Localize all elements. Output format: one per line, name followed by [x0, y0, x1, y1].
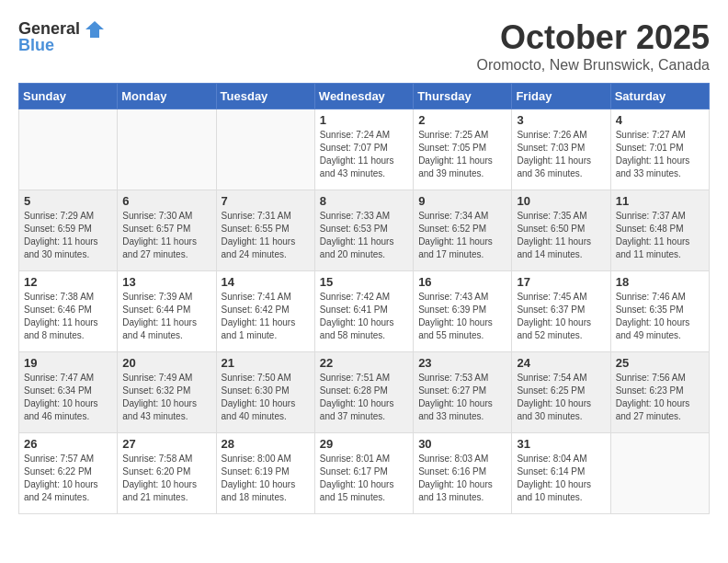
day-number: 19 — [24, 356, 112, 370]
day-number: 9 — [418, 194, 506, 208]
header-cell-saturday: Saturday — [610, 84, 709, 109]
calendar-cell — [118, 109, 216, 190]
day-info: Sunrise: 7:53 AM Sunset: 6:27 PM Dayligh… — [418, 372, 506, 423]
day-info: Sunrise: 7:31 AM Sunset: 6:55 PM Dayligh… — [222, 210, 310, 261]
calendar-cell: 2Sunrise: 7:25 AM Sunset: 7:05 PM Daylig… — [414, 109, 512, 190]
calendar-cell: 17Sunrise: 7:45 AM Sunset: 6:37 PM Dayli… — [512, 271, 610, 352]
header: General Blue October 2025 Oromocto, New … — [18, 18, 710, 74]
calendar-cell: 12Sunrise: 7:38 AM Sunset: 6:46 PM Dayli… — [19, 271, 118, 352]
day-info: Sunrise: 7:54 AM Sunset: 6:25 PM Dayligh… — [517, 372, 605, 423]
day-info: Sunrise: 7:24 AM Sunset: 7:07 PM Dayligh… — [320, 129, 408, 180]
logo: General Blue — [18, 18, 106, 55]
day-info: Sunrise: 7:41 AM Sunset: 6:42 PM Dayligh… — [222, 291, 310, 342]
header-cell-thursday: Thursday — [414, 84, 512, 109]
day-info: Sunrise: 7:46 AM Sunset: 6:35 PM Dayligh… — [616, 291, 704, 342]
calendar-cell — [19, 109, 118, 190]
day-info: Sunrise: 7:38 AM Sunset: 6:46 PM Dayligh… — [24, 291, 112, 342]
calendar-cell: 15Sunrise: 7:42 AM Sunset: 6:41 PM Dayli… — [314, 271, 413, 352]
day-number: 8 — [320, 194, 408, 208]
calendar-cell: 9Sunrise: 7:34 AM Sunset: 6:52 PM Daylig… — [414, 190, 512, 271]
day-number: 17 — [517, 275, 605, 289]
day-info: Sunrise: 7:29 AM Sunset: 6:59 PM Dayligh… — [24, 210, 112, 261]
calendar-cell: 4Sunrise: 7:27 AM Sunset: 7:01 PM Daylig… — [610, 109, 709, 190]
day-info: Sunrise: 7:57 AM Sunset: 6:22 PM Dayligh… — [24, 453, 112, 504]
calendar-cell: 29Sunrise: 8:01 AM Sunset: 6:17 PM Dayli… — [314, 433, 413, 514]
calendar-cell: 25Sunrise: 7:56 AM Sunset: 6:23 PM Dayli… — [610, 352, 709, 433]
svg-marker-0 — [85, 21, 104, 38]
day-info: Sunrise: 8:00 AM Sunset: 6:19 PM Dayligh… — [222, 453, 310, 504]
header-cell-sunday: Sunday — [19, 84, 118, 109]
day-info: Sunrise: 7:51 AM Sunset: 6:28 PM Dayligh… — [320, 372, 408, 423]
day-number: 29 — [320, 437, 408, 451]
day-info: Sunrise: 7:37 AM Sunset: 6:48 PM Dayligh… — [616, 210, 704, 261]
day-number: 16 — [418, 275, 506, 289]
day-number: 30 — [418, 437, 506, 451]
calendar-week-row: 19Sunrise: 7:47 AM Sunset: 6:34 PM Dayli… — [19, 352, 710, 433]
calendar-week-row: 12Sunrise: 7:38 AM Sunset: 6:46 PM Dayli… — [19, 271, 710, 352]
calendar-cell: 6Sunrise: 7:30 AM Sunset: 6:57 PM Daylig… — [118, 190, 216, 271]
calendar-cell: 23Sunrise: 7:53 AM Sunset: 6:27 PM Dayli… — [414, 352, 512, 433]
day-info: Sunrise: 7:50 AM Sunset: 6:30 PM Dayligh… — [222, 372, 310, 423]
calendar-cell: 7Sunrise: 7:31 AM Sunset: 6:55 PM Daylig… — [216, 190, 314, 271]
day-info: Sunrise: 7:43 AM Sunset: 6:39 PM Dayligh… — [418, 291, 506, 342]
day-number: 31 — [517, 437, 605, 451]
day-number: 23 — [418, 356, 506, 370]
day-info: Sunrise: 7:27 AM Sunset: 7:01 PM Dayligh… — [616, 129, 704, 180]
day-info: Sunrise: 8:04 AM Sunset: 6:14 PM Dayligh… — [517, 453, 605, 504]
day-number: 22 — [320, 356, 408, 370]
day-info: Sunrise: 7:42 AM Sunset: 6:41 PM Dayligh… — [320, 291, 408, 342]
calendar-cell: 10Sunrise: 7:35 AM Sunset: 6:50 PM Dayli… — [512, 190, 610, 271]
day-number: 14 — [222, 275, 310, 289]
day-info: Sunrise: 7:49 AM Sunset: 6:32 PM Dayligh… — [122, 372, 210, 423]
day-info: Sunrise: 7:39 AM Sunset: 6:44 PM Dayligh… — [122, 291, 210, 342]
day-number: 2 — [418, 113, 506, 127]
calendar-week-row: 5Sunrise: 7:29 AM Sunset: 6:59 PM Daylig… — [19, 190, 710, 271]
calendar-cell: 5Sunrise: 7:29 AM Sunset: 6:59 PM Daylig… — [19, 190, 118, 271]
day-number: 26 — [24, 437, 112, 451]
day-info: Sunrise: 7:45 AM Sunset: 6:37 PM Dayligh… — [517, 291, 605, 342]
calendar-cell: 1Sunrise: 7:24 AM Sunset: 7:07 PM Daylig… — [314, 109, 413, 190]
calendar-cell: 21Sunrise: 7:50 AM Sunset: 6:30 PM Dayli… — [216, 352, 314, 433]
calendar-cell: 30Sunrise: 8:03 AM Sunset: 6:16 PM Dayli… — [414, 433, 512, 514]
calendar-cell — [610, 433, 709, 514]
calendar-cell: 11Sunrise: 7:37 AM Sunset: 6:48 PM Dayli… — [610, 190, 709, 271]
calendar-cell: 31Sunrise: 8:04 AM Sunset: 6:14 PM Dayli… — [512, 433, 610, 514]
day-number: 27 — [122, 437, 210, 451]
day-info: Sunrise: 7:34 AM Sunset: 6:52 PM Dayligh… — [418, 210, 506, 261]
calendar-subtitle: Oromocto, New Brunswick, Canada — [477, 57, 710, 74]
day-info: Sunrise: 7:35 AM Sunset: 6:50 PM Dayligh… — [517, 210, 605, 261]
day-number: 25 — [616, 356, 704, 370]
title-section: October 2025 Oromocto, New Brunswick, Ca… — [477, 18, 710, 74]
header-cell-monday: Monday — [118, 84, 216, 109]
calendar-cell — [216, 109, 314, 190]
day-number: 12 — [24, 275, 112, 289]
header-cell-tuesday: Tuesday — [216, 84, 314, 109]
day-info: Sunrise: 7:33 AM Sunset: 6:53 PM Dayligh… — [320, 210, 408, 261]
calendar-cell: 24Sunrise: 7:54 AM Sunset: 6:25 PM Dayli… — [512, 352, 610, 433]
day-info: Sunrise: 7:30 AM Sunset: 6:57 PM Dayligh… — [122, 210, 210, 261]
calendar-cell: 20Sunrise: 7:49 AM Sunset: 6:32 PM Dayli… — [118, 352, 216, 433]
day-info: Sunrise: 7:25 AM Sunset: 7:05 PM Dayligh… — [418, 129, 506, 180]
day-number: 13 — [122, 275, 210, 289]
calendar-header-row: SundayMondayTuesdayWednesdayThursdayFrid… — [19, 84, 710, 109]
calendar-cell: 18Sunrise: 7:46 AM Sunset: 6:35 PM Dayli… — [610, 271, 709, 352]
day-number: 18 — [616, 275, 704, 289]
day-info: Sunrise: 7:26 AM Sunset: 7:03 PM Dayligh… — [517, 129, 605, 180]
day-number: 6 — [122, 194, 210, 208]
day-number: 24 — [517, 356, 605, 370]
calendar-cell: 16Sunrise: 7:43 AM Sunset: 6:39 PM Dayli… — [414, 271, 512, 352]
day-number: 20 — [122, 356, 210, 370]
calendar-week-row: 1Sunrise: 7:24 AM Sunset: 7:07 PM Daylig… — [19, 109, 710, 190]
calendar-cell: 3Sunrise: 7:26 AM Sunset: 7:03 PM Daylig… — [512, 109, 610, 190]
day-info: Sunrise: 7:56 AM Sunset: 6:23 PM Dayligh… — [616, 372, 704, 423]
day-number: 11 — [616, 194, 704, 208]
day-number: 4 — [616, 113, 704, 127]
logo-blue: Blue — [18, 37, 54, 55]
day-number: 10 — [517, 194, 605, 208]
day-number: 3 — [517, 113, 605, 127]
calendar-cell: 22Sunrise: 7:51 AM Sunset: 6:28 PM Dayli… — [314, 352, 413, 433]
calendar-cell: 19Sunrise: 7:47 AM Sunset: 6:34 PM Dayli… — [19, 352, 118, 433]
day-info: Sunrise: 7:47 AM Sunset: 6:34 PM Dayligh… — [24, 372, 112, 423]
day-info: Sunrise: 8:03 AM Sunset: 6:16 PM Dayligh… — [418, 453, 506, 504]
day-number: 15 — [320, 275, 408, 289]
